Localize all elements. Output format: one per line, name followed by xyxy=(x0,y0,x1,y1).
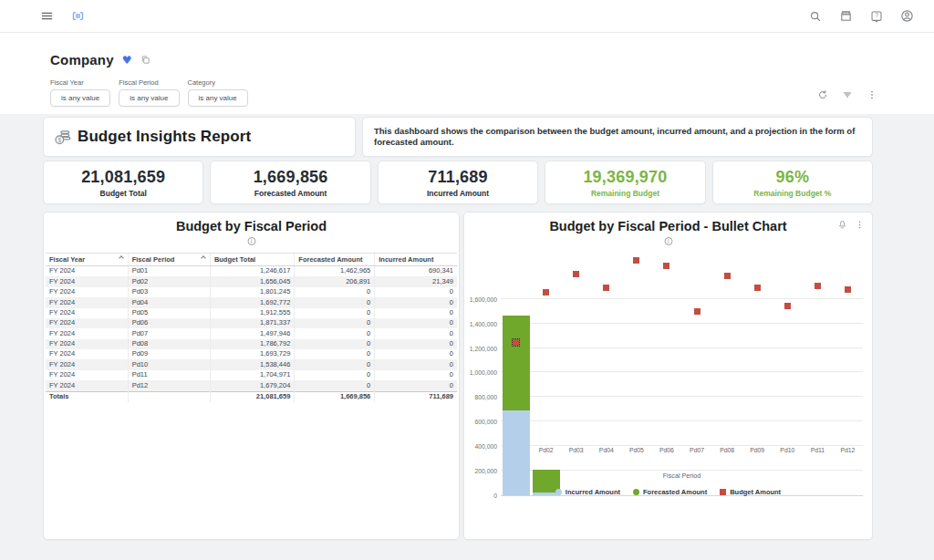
col-incurred-amount[interactable]: Incurred Amount xyxy=(375,254,457,266)
kpi-label: Remaining Budget xyxy=(591,189,659,198)
legend-incurred-amount[interactable]: Incurred Amount xyxy=(555,488,620,496)
table-cell: FY 2024 xyxy=(46,328,128,338)
table-cell: 1,801,245 xyxy=(210,287,294,297)
table-cell: FY 2024 xyxy=(46,287,128,297)
table-row[interactable]: FY 2024Pd111,704,97100 xyxy=(46,370,457,380)
table-cell: 0 xyxy=(375,287,457,297)
refresh-icon[interactable] xyxy=(817,89,828,100)
table-totals-row: Totals 21,081,659 1,669,856 711,689 xyxy=(46,391,457,402)
kpi-label: Remaining Budget % xyxy=(753,189,831,198)
kpi-budget-total[interactable]: 21,081,659 Budget Total xyxy=(43,161,203,204)
budget-marker-Pd12[interactable] xyxy=(845,286,851,293)
filter-fiscal-period: Fiscal Period is any value xyxy=(119,78,179,107)
budget-marker-Pd04[interactable] xyxy=(603,285,609,291)
col-budget-total[interactable]: Budget Total xyxy=(210,254,294,266)
table-row[interactable]: FY 2024Pd081,786,79200 xyxy=(46,339,457,349)
kpi-remaining-budget-pct[interactable]: 96% Remaining Budget % xyxy=(712,161,873,204)
budget-marker-Pd05[interactable] xyxy=(633,257,639,264)
table-cell: 1,679,204 xyxy=(210,380,294,391)
budget-marker-Pd08[interactable] xyxy=(724,273,731,279)
report-description: This dashboard shows the comparison betw… xyxy=(374,126,861,148)
table-panel-title: Budget by Fiscal Period xyxy=(44,219,459,233)
table-row[interactable]: FY 2024Pd021,656,045206,89121,349 xyxy=(46,276,457,286)
table-cell: 0 xyxy=(375,359,457,369)
alert-bell-icon[interactable] xyxy=(837,220,847,230)
table-cell: Pd06 xyxy=(128,318,210,328)
table-cell: 1,497,946 xyxy=(210,328,294,338)
more-vert-icon[interactable] xyxy=(855,220,865,230)
budget-marker-Pd03[interactable] xyxy=(573,271,579,277)
table-cell: FY 2024 xyxy=(46,318,128,328)
svg-text:$: $ xyxy=(57,136,61,142)
col-forecasted-amount[interactable]: Forecasted Amount xyxy=(295,254,375,266)
menu-icon[interactable] xyxy=(40,9,54,23)
budget-marker-Pd01[interactable] xyxy=(513,339,519,346)
info-icon[interactable]: i xyxy=(247,237,255,245)
filter-fiscal-period-button[interactable]: is any value xyxy=(119,89,179,107)
gridline xyxy=(501,323,863,324)
table-cell: 1,538,446 xyxy=(210,359,294,369)
marketplace-icon[interactable] xyxy=(839,9,853,23)
incurred-bar-Pd01[interactable] xyxy=(503,410,530,495)
table-cell: 0 xyxy=(295,328,375,338)
dashboard-header: Company ♥ Fiscal Year is any value Fisca… xyxy=(0,33,934,114)
table-cell: 1,692,772 xyxy=(210,297,294,307)
col-fiscal-year[interactable]: Fiscal Year xyxy=(46,254,128,266)
table-cell: FY 2024 xyxy=(46,266,128,277)
legend-budget-amount[interactable]: Budget Amount xyxy=(720,488,781,496)
x-axis-tick: Pd03 xyxy=(561,447,591,453)
x-axis-tick: Pd09 xyxy=(742,447,773,453)
table-cell: 690,341 xyxy=(375,266,457,277)
table-cell: 1,656,045 xyxy=(210,276,294,286)
filter-category-button[interactable]: is any value xyxy=(188,89,248,107)
table-cell: 1,786,792 xyxy=(210,339,294,349)
x-axis-tick: Pd12 xyxy=(833,447,863,453)
budget-marker-Pd02[interactable] xyxy=(543,289,549,296)
table-row[interactable]: FY 2024Pd041,692,77200 xyxy=(46,297,457,307)
info-icon[interactable]: i xyxy=(664,237,672,245)
dashboards-icon[interactable] xyxy=(71,9,85,23)
table-row[interactable]: FY 2024Pd061,871,33700 xyxy=(46,318,457,328)
col-fiscal-period[interactable]: Fiscal Period xyxy=(128,254,210,266)
kpi-value: 19,369,970 xyxy=(583,168,667,187)
budget-marker-Pd11[interactable] xyxy=(815,283,821,289)
report-description-tile: This dashboard shows the comparison betw… xyxy=(362,117,873,157)
search-icon[interactable] xyxy=(809,10,822,23)
table-row[interactable]: FY 2024Pd011,246,6171,462,965690,341 xyxy=(46,266,457,277)
filter-icon[interactable] xyxy=(842,89,853,100)
table-cell: 0 xyxy=(295,380,375,391)
budget-marker-Pd06[interactable] xyxy=(663,263,669,269)
y-axis-tick: 1,400,000 xyxy=(466,321,497,327)
legend-forecasted-amount[interactable]: Forecasted Amount xyxy=(633,488,707,496)
y-axis-tick: 0 xyxy=(466,493,497,499)
bullet-chart-plot[interactable] xyxy=(501,265,863,496)
copy-icon[interactable] xyxy=(140,55,150,65)
table-row[interactable]: FY 2024Pd071,497,94600 xyxy=(46,328,457,338)
table-row[interactable]: FY 2024Pd031,801,24500 xyxy=(46,287,457,297)
favorite-heart-icon[interactable]: ♥ xyxy=(122,55,132,66)
budget-marker-Pd09[interactable] xyxy=(754,285,761,291)
kpi-incurred-amount[interactable]: 711,689 Incurred Amount xyxy=(378,161,538,204)
report-title-tile: $ Budget Insights Report xyxy=(43,117,356,157)
table-row[interactable]: FY 2024Pd101,538,44600 xyxy=(46,359,457,369)
sort-asc-icon xyxy=(201,255,206,261)
bullet-chart-panel: Budget by Fiscal Period - Bullet Chart i… xyxy=(463,212,873,540)
account-icon[interactable] xyxy=(900,9,914,23)
more-vert-icon[interactable] xyxy=(867,89,877,100)
table-row[interactable]: FY 2024Pd051,912,55500 xyxy=(46,308,457,318)
budget-marker-Pd10[interactable] xyxy=(784,303,791,309)
table-cell: Pd10 xyxy=(128,359,210,369)
table-cell: 1,871,337 xyxy=(210,318,294,328)
dashboard-canvas: $ Budget Insights Report This dashboard … xyxy=(0,114,934,560)
help-icon[interactable]: ? xyxy=(870,10,883,23)
table-row[interactable]: FY 2024Pd091,693,72900 xyxy=(46,349,457,359)
table-cell: Pd11 xyxy=(128,370,210,380)
kpi-forecasted-amount[interactable]: 1,669,856 Forecasted Amount xyxy=(210,161,370,204)
table-row[interactable]: FY 2024Pd121,679,20400 xyxy=(46,380,457,391)
gridline xyxy=(501,371,863,372)
filter-fiscal-year-button[interactable]: is any value xyxy=(50,89,110,107)
y-axis-tick: 1,200,000 xyxy=(466,346,497,352)
kpi-remaining-budget[interactable]: 19,369,970 Remaining Budget xyxy=(545,161,705,204)
budget-marker-Pd07[interactable] xyxy=(694,308,700,315)
incurred-bar-Pd02[interactable] xyxy=(533,493,560,495)
